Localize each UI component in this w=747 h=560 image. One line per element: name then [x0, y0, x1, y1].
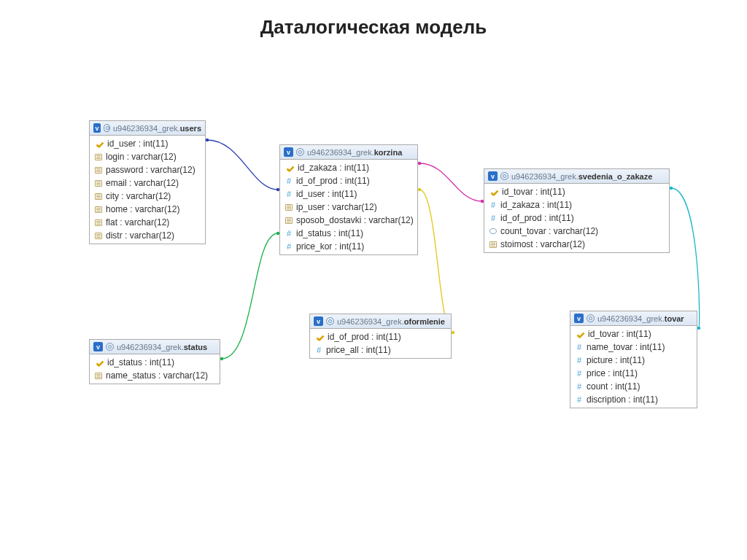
- text-icon: [285, 204, 293, 211]
- column-label: email : varchar(12): [106, 178, 179, 188]
- column-row[interactable]: name_tovar : int(11): [570, 341, 697, 354]
- column-row[interactable]: id_status : int(11): [280, 227, 417, 240]
- gear-icon[interactable]: [326, 317, 334, 325]
- column-row[interactable]: name_status : varchar(12): [90, 369, 220, 382]
- table-header[interactable]: vu946236934_grek.tovar: [570, 311, 697, 326]
- column-row[interactable]: id_user : int(11): [280, 187, 417, 201]
- gear-icon[interactable]: [106, 343, 114, 351]
- key-icon: [316, 333, 324, 341]
- engine-icon: v: [574, 314, 584, 323]
- table-header[interactable]: vu946236934_grek.users: [90, 121, 205, 136]
- column-row[interactable]: flat : varchar(12): [90, 216, 205, 229]
- gear-icon[interactable]: [587, 314, 595, 322]
- column-row[interactable]: price_kor : int(11): [280, 240, 417, 253]
- table-body: id_zakaza : int(11)id_of_prod : int(11)i…: [280, 160, 417, 254]
- text-icon: [95, 193, 102, 200]
- column-row[interactable]: discription : int(11): [570, 393, 697, 406]
- column-label: price_all : int(11): [326, 345, 391, 355]
- column-label: id_tovar : int(11): [502, 187, 565, 197]
- column-label: picture : int(11): [587, 355, 645, 365]
- key-icon: [576, 330, 584, 338]
- key-icon: [96, 359, 104, 367]
- column-row[interactable]: home : varchar(12): [90, 203, 205, 216]
- column-row[interactable]: id_of_prod : int(11): [310, 330, 451, 343]
- text-icon: [95, 180, 102, 187]
- column-label: id_of_prod : int(11): [500, 213, 574, 223]
- diagram-canvas: vu946236934_grek.usersid_user : int(11)l…: [0, 0, 747, 560]
- column-row[interactable]: count : int(11): [570, 380, 697, 393]
- column-label: name_tovar : int(11): [587, 342, 665, 352]
- hash-icon: [489, 201, 497, 209]
- column-row[interactable]: count_tovar : varchar(12): [484, 225, 669, 238]
- column-row[interactable]: price : int(11): [570, 367, 697, 380]
- hash-icon: [285, 230, 293, 237]
- column-row[interactable]: id_of_prod : int(11): [484, 211, 669, 225]
- column-row[interactable]: id_of_prod : int(11): [280, 174, 417, 187]
- column-row[interactable]: id_user : int(11): [90, 137, 205, 150]
- column-row[interactable]: distr : varchar(12): [90, 229, 205, 242]
- text-icon: [95, 154, 102, 160]
- table-name-label: u946236934_grek.oformlenie: [337, 317, 445, 326]
- column-row[interactable]: login : varchar(12): [90, 150, 205, 163]
- column-row[interactable]: id_status : int(11): [90, 356, 220, 369]
- column-label: id_zakaza : int(11): [298, 163, 369, 173]
- column-row[interactable]: price_all : int(11): [310, 343, 451, 357]
- column-row[interactable]: stoimost : varchar(12): [484, 238, 669, 251]
- column-label: count : int(11): [587, 381, 640, 392]
- column-row[interactable]: id_zakaza : int(11): [484, 198, 669, 211]
- table-korzina[interactable]: vu946236934_grek.korzinaid_zakaza : int(…: [279, 144, 418, 255]
- gear-icon[interactable]: [500, 172, 508, 180]
- table-name-label: u946236934_grek.status: [117, 343, 207, 351]
- hash-icon: [576, 370, 583, 377]
- column-label: count_tovar : varchar(12): [500, 226, 598, 236]
- gear-icon[interactable]: [296, 148, 304, 156]
- table-header[interactable]: vu946236934_grek.status: [90, 340, 220, 354]
- table-body: id_status : int(11)name_status : varchar…: [90, 354, 220, 384]
- engine-icon: v: [93, 342, 103, 351]
- column-label: sposob_dostavki : varchar(12): [296, 215, 414, 225]
- table-svedenia[interactable]: vu946236934_grek.svedenia_o_zakazeid_tov…: [484, 168, 670, 253]
- column-label: stoimost : varchar(12): [500, 239, 585, 249]
- column-label: id_of_prod : int(11): [328, 332, 401, 342]
- column-row[interactable]: picture : int(11): [570, 354, 697, 367]
- gear-icon[interactable]: [104, 124, 110, 132]
- column-label: name_status : varchar(12): [106, 370, 208, 381]
- table-users[interactable]: vu946236934_grek.usersid_user : int(11)l…: [89, 120, 206, 244]
- key-icon: [286, 164, 294, 172]
- engine-icon: v: [93, 123, 101, 133]
- table-header[interactable]: vu946236934_grek.svedenia_o_zakaze: [484, 169, 669, 184]
- text-icon: [95, 233, 102, 239]
- column-label: id_zakaza : int(11): [500, 200, 572, 210]
- table-tovar[interactable]: vu946236934_grek.tovarid_tovar : int(11)…: [570, 311, 697, 408]
- column-row[interactable]: id_tovar : int(11): [570, 327, 697, 341]
- table-header[interactable]: vu946236934_grek.oformlenie: [310, 314, 451, 329]
- column-label: ip_user : varchar(12): [296, 202, 377, 212]
- table-status[interactable]: vu946236934_grek.statusid_status : int(1…: [89, 339, 220, 384]
- engine-icon: v: [314, 316, 323, 326]
- hash-icon: [576, 343, 583, 351]
- column-label: password : varchar(12): [106, 165, 196, 175]
- table-header[interactable]: vu946236934_grek.korzina: [280, 145, 417, 160]
- table-name-label: u946236934_grek.users: [113, 124, 201, 133]
- column-row[interactable]: id_zakaza : int(11): [280, 161, 417, 174]
- table-oformlenie[interactable]: vu946236934_grek.oformlenieid_of_prod : …: [309, 314, 452, 359]
- text-icon: [95, 167, 102, 174]
- column-row[interactable]: id_tovar : int(11): [484, 185, 669, 198]
- ring-icon: [489, 228, 497, 234]
- hash-icon: [576, 383, 583, 390]
- column-label: home : varchar(12): [106, 204, 179, 214]
- table-body: id_tovar : int(11)id_zakaza : int(11)id_…: [484, 184, 669, 252]
- table-name-label: u946236934_grek.korzina: [307, 148, 402, 157]
- column-row[interactable]: ip_user : varchar(12): [280, 201, 417, 214]
- table-body: id_tovar : int(11)name_tovar : int(11)pi…: [570, 326, 697, 408]
- hash-icon: [285, 190, 293, 198]
- text-icon: [95, 219, 102, 226]
- table-body: id_of_prod : int(11)price_all : int(11): [310, 329, 451, 358]
- hash-icon: [489, 214, 497, 222]
- hash-icon: [576, 396, 583, 403]
- column-row[interactable]: password : varchar(12): [90, 163, 205, 176]
- column-row[interactable]: sposob_dostavki : varchar(12): [280, 214, 417, 227]
- column-row[interactable]: city : varchar(12): [90, 190, 205, 203]
- column-label: id_tovar : int(11): [588, 329, 651, 339]
- column-row[interactable]: email : varchar(12): [90, 176, 205, 190]
